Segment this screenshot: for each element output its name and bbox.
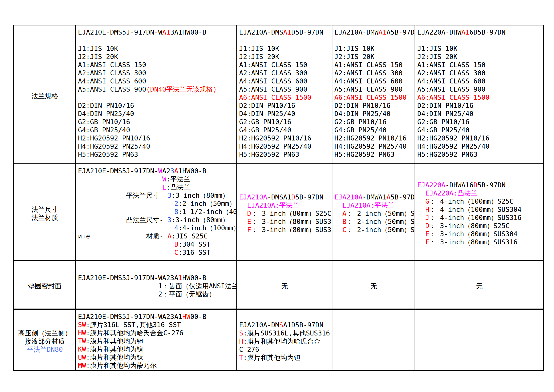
text-line: EJA210E-DMS5J-917DN-WA23A1HW00-B [78,313,235,321]
text-line: C:316 SST [78,248,235,256]
text-segment: :316 SST [178,249,210,256]
text-segment: A4:ANSI CLASS 600 [417,77,485,85]
text-segment: ： 3-inch（80mm）SUS304 [429,230,517,238]
table-cell: EJA210E-DMS5J-917DN-WA23A1HW00-B W:平法兰 E… [76,164,237,261]
table-cell [332,310,415,370]
text-line: 法兰尺寸 [32,205,58,214]
text-segment: G4:GB PN25/40 [334,126,386,134]
text-segment: 4 [174,224,178,232]
text-segment: H5:HG20592 PN63 [334,151,395,158]
text-segment [417,222,425,230]
text-line: 垫圈密封面 [28,282,61,290]
text-segment: J2:JIS 20K [334,53,375,60]
text-segment: J2:JIS 20K [78,53,118,60]
text-line: A5:ANSI CLASS 900(DN40平法兰无该规格) [78,85,235,93]
text-line: H5:HG20592 PN63 [334,150,413,158]
text-segment: C [343,226,346,234]
text-segment: D4:DIN PN25/40 [78,110,134,118]
text-segment: T [239,354,243,361]
text-segment: A4:ANSI CLASS 600 [78,77,146,85]
text-segment: 3 [170,167,174,175]
text-line: A5:ANSI CLASS 900 [239,85,330,93]
text-line: A： 2-inch（50mm）S25C [334,209,413,217]
table-cell: EJA220A-DHWA16D5B-97DN J1:JIS 10KJ2:JIS … [415,25,543,164]
text-segment: H [425,206,429,213]
text-segment: F [247,226,251,234]
text-segment: (DN40平法兰无该规格) [146,85,217,93]
text-segment: 无 [281,282,288,290]
text-segment: A6:ANSI CLASS 1500 [239,94,311,101]
text-segment: EJA210A-DM [239,321,279,329]
text-segment: 1：齿面（仅适用ANSI法兰） [78,282,237,290]
text-segment: H2:HG20592 PN10/16 [334,134,407,142]
text-line: EJA210A-DMSA1D5B-97DN [239,193,330,201]
text-segment: ： 2-inch（50mm）S25C [346,210,415,217]
text-line [334,36,413,44]
text-line: SW:膜片316L SST,其他316 SST [78,321,235,329]
text-segment: :膜片和其他均为钛 [86,353,143,361]
text-segment: D [425,222,429,230]
text-segment: A5:ANSI CLASS 900 [334,85,402,93]
text-line: A2:ANSI CLASS 300 [78,69,235,77]
text-segment: D2:DIN PN10/16 [334,102,391,109]
text-segment: H4:HG20592 PN25/40 [417,142,490,150]
text-line: H4:HG20592 PN25/40 [78,142,235,150]
text-segment: D2:DIN PN10/16 [78,102,134,109]
text-segment: 5B-97DN [391,193,415,201]
text-segment: EJA210A [334,193,363,201]
text-line: UW:膜片和其他均为钛 [78,353,235,361]
text-segment [417,238,425,246]
text-line: D： 3-inch（80mm）S25C [239,209,330,217]
text-segment: A [343,210,346,217]
text-segment [78,183,162,191]
text-line: H5:HG20592 PN63 [417,150,541,158]
text-segment: H4:HG20592 PN25/40 [334,142,407,150]
text-line: A6:ANSI CLASS 1500 [417,93,541,101]
text-segment [334,218,343,225]
text-segment: G [425,197,429,205]
text-line: 1：齿面（仅适用ANSI法兰） [78,282,235,290]
text-segment: -DMSA1 [267,193,291,201]
text-segment: B [343,218,346,225]
text-segment: ： 3-inch（80mm）S25C [429,222,510,230]
text-line: D： 3-inch（80mm）S25C [417,222,541,230]
text-line: F： 3-inch（80mm）SUS316 [417,238,541,246]
text-segment: J1:JIS 10K [417,45,458,52]
text-segment: KW [78,345,86,353]
text-segment: ： 2-inch（50mm）SUS304 [346,218,415,225]
text-segment: ： 4-inch（100mm）S25C [429,197,514,205]
text-segment: 凸法兰尺寸- [78,216,168,224]
text-segment: G2:GB PN10/16 [417,118,469,126]
text-segment: C [174,249,178,256]
text-segment: ： 2-inch（50mm）SUS316 [346,226,415,234]
text-line: 平法兰DN80 [27,345,63,353]
text-segment: :3-inch（80mm） [172,192,229,199]
text-segment: H2:HG20592 PN10/16 [78,134,150,142]
text-segment: D4:DIN PN25/40 [239,110,295,118]
text-segment: A4:ANSI CLASS 600 [334,77,402,85]
text-line: A2:ANSI CLASS 300 [239,69,330,77]
text-line: H:膜片和其他均为哈氏合金 [239,337,330,345]
text-segment: 3 [168,216,172,224]
text-segment: 3A1HW00-B [170,28,206,36]
text-line: EJA210A-DMWA1A5B-97DN [334,28,413,36]
table-cell: EJA210A-DMSA1D5B-97DN EJA210A:平法兰 D： 3-i… [237,164,332,261]
text-segment: A1 [461,28,470,36]
text-segment: 法兰规格 [32,92,58,100]
text-segment: H4:HG20592 PN25/40 [239,142,311,150]
text-line: H2:HG20592 PN10/16 [78,134,235,142]
text-line: E： 3-inch（80mm）SUS304 [417,230,541,238]
text-segment: :1 1/2-inch（40mm） [178,208,237,216]
text-segment: ： 4-inch（100mm）SUS316 [429,214,522,221]
text-segment: G4:GB PN25/40 [239,126,291,134]
text-segment: HW [78,329,86,337]
text-segment: J2:JIS 20K [239,53,279,60]
text-segment: A [386,193,390,201]
table-cell: EJA210A-DMWA1A5B-97DN EJA210A:平法兰 A： 2-i… [332,164,415,261]
text-line: A5:ANSI CLASS 900 [417,85,541,93]
text-line: 凸法兰尺寸- 3:3-inch（80mm） [78,216,235,224]
text-line: A5:ANSI CLASS 900 [334,85,413,93]
text-line: H4:HG20592 PN25/40 [334,142,413,150]
text-line: W:平法兰 [78,175,235,183]
text-segment: E [425,230,429,238]
